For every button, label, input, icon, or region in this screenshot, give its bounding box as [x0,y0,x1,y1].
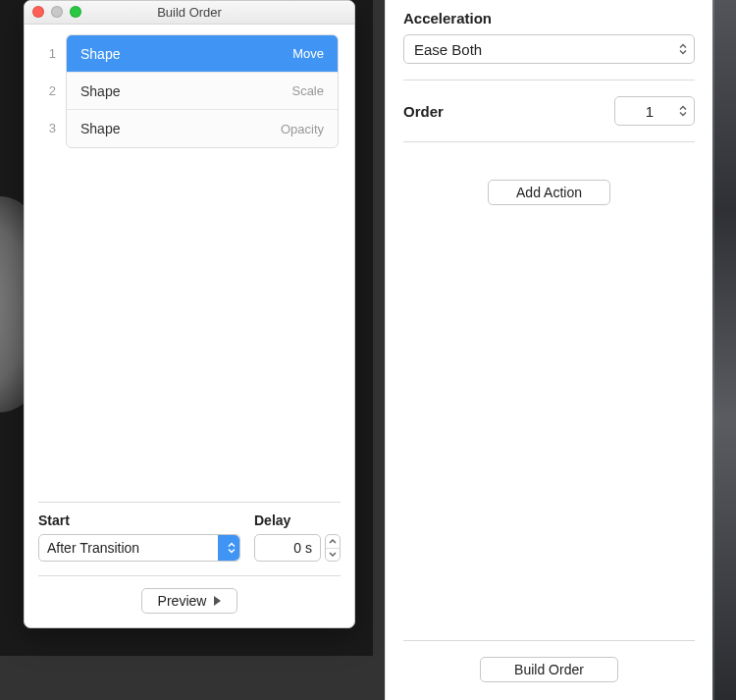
separator [403,640,695,641]
delay-input[interactable]: 0 s [254,534,321,562]
add-action-label: Add Action [516,185,582,200]
delay-value: 0 s [293,540,312,556]
build-order-label: Build Order [514,662,584,677]
separator [403,141,695,142]
build-row-name: Shape [80,83,291,99]
preview-button[interactable]: Preview [141,588,238,614]
separator [38,502,341,503]
build-row[interactable]: Shape Scale [67,73,338,110]
build-index: 3 [40,109,56,146]
preview-label: Preview [158,593,207,609]
traffic-lights [32,6,81,18]
build-order-button[interactable]: Build Order [480,657,618,682]
titlebar[interactable]: Build Order [25,1,354,25]
build-row-effect: Opacity [281,122,324,136]
acceleration-select[interactable]: Ease Both [403,34,695,64]
build-row-effect: Move [292,46,324,61]
order-select[interactable]: 1 [614,96,695,126]
chevron-updown-icon [227,542,237,555]
build-order-window: Build Order 1 2 3 Shape Move Shape Scale… [24,0,355,628]
add-action-button[interactable]: Add Action [488,180,610,205]
build-index: 1 [40,34,56,72]
minimize-icon[interactable] [51,6,63,18]
start-value: After Transition [47,540,139,556]
acceleration-label: Acceleration [403,10,695,27]
acceleration-value: Ease Both [414,41,482,58]
chevron-updown-icon [678,43,688,56]
order-value: 1 [646,103,654,120]
delay-stepper[interactable] [325,534,341,562]
desktop-background [712,0,736,700]
build-row-name: Shape [80,121,281,136]
build-list-area: 1 2 3 Shape Move Shape Scale Shape Opaci… [25,25,354,494]
play-icon [214,596,221,606]
inspector-panel: Acceleration Ease Both Order 1 Add Actio… [385,0,712,700]
build-index: 2 [40,72,56,109]
zoom-icon[interactable] [70,6,81,18]
build-list: Shape Move Shape Scale Shape Opacity [66,34,339,148]
stepper-up-icon[interactable] [326,535,340,549]
delay-label: Delay [254,512,341,528]
stepper-down-icon[interactable] [326,549,340,562]
build-row-name: Shape [80,46,292,62]
start-label: Start [38,512,240,528]
build-row[interactable]: Shape Opacity [67,110,338,147]
separator [403,80,695,81]
close-icon[interactable] [32,6,44,18]
order-label: Order [403,103,444,120]
bottom-controls: Start After Transition Delay 0 s [25,494,354,627]
chevron-updown-icon [678,105,688,118]
build-row-effect: Scale [291,83,324,98]
spacer [403,205,695,626]
start-select[interactable]: After Transition [38,534,240,562]
build-row[interactable]: Shape Move [67,35,338,73]
build-index-column: 1 2 3 [40,34,56,148]
